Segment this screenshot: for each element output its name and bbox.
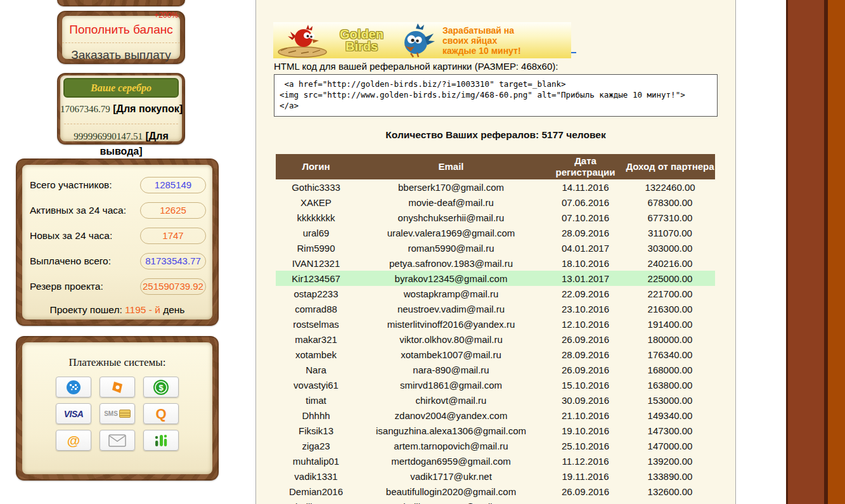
order-payout-label: Заказать выплату [71, 48, 171, 61]
cell-income: 149340.00 [625, 408, 715, 423]
cell-income: 133890.00 [625, 468, 715, 484]
cell-login: Gothic3333 [276, 179, 356, 195]
stat-label: Новых за 24 часа: [30, 230, 112, 242]
cell-login: timat [276, 392, 356, 408]
page-background-bands [786, 0, 845, 504]
yandex-money-icon[interactable] [100, 377, 135, 397]
band-brown [788, 0, 824, 504]
banner-link-underline[interactable] [571, 52, 576, 53]
cell-login: ziga23 [276, 438, 356, 453]
cell-reg-date: 19.10.2016 [546, 423, 625, 438]
sidebar-buttons-box: Пополнить баланс +200% Заказать выплату [57, 11, 185, 64]
payment-systems-title: Платежные системы: [22, 356, 212, 369]
cell-reg-date: 23.10.2016 [546, 301, 625, 316]
cell-reg-date: 26.09.2016 [546, 332, 625, 347]
cell-reg-date: 03.11.2016 [546, 499, 625, 504]
main-content-column: Golden Birds Зарабатывай на своих яйцах … [255, 0, 736, 504]
referrals-count-heading: Количество Ваших рефералов: 5177 человек [256, 129, 735, 141]
blue-bird-icon [392, 23, 437, 58]
cell-login: Nara [276, 362, 356, 377]
cell-login: rostselmas [276, 316, 356, 332]
band-orange [828, 0, 845, 504]
stat-project-reserve: Резерв проекта: 251590739.92 [22, 274, 212, 299]
table-row: ХАКЕР movie-deaf@mail.ru 07.06.2016 6783… [276, 195, 715, 210]
table-row: comrad88 neustroev.vadim@mail.ru 23.10.2… [276, 301, 715, 316]
cell-email: mertdogan6959@gmail.com [356, 453, 546, 468]
cell-login: kkkkkkkk [276, 210, 356, 225]
deposit-balance-button[interactable]: Пополнить баланс +200% [62, 16, 180, 43]
silver-purchase-row: 17067346.79 [Для покупок] [60, 103, 182, 115]
cell-login: vadik1331 [276, 468, 356, 484]
qiwi-icon[interactable]: Q [143, 403, 179, 424]
table-row: makar321 viktor.olkhov.80@mail.ru 26.09.… [276, 332, 715, 347]
moneta-bars-icon[interactable] [143, 430, 179, 451]
payment-icons-grid: $ VISA SMS Q @ [22, 377, 212, 451]
cell-reg-date: 04.01.2017 [546, 240, 625, 255]
referral-html-code-box[interactable]: <a href="http://golden-birds.biz/?i=1003… [274, 74, 718, 117]
cell-login: ХАКЕР [276, 195, 356, 210]
header-email: Email [356, 154, 546, 179]
cell-reg-date: 19.11.2016 [546, 468, 625, 484]
silver-withdraw-value: 999996990147.51 [74, 131, 143, 141]
stat-value-pill: 81733543.77 [140, 253, 206, 269]
email-envelope-icon[interactable] [100, 430, 135, 451]
cell-email: onyshchukserhii@mail.ru [356, 210, 546, 225]
order-payout-button[interactable]: Заказать выплату [62, 43, 180, 62]
visa-icon[interactable]: VISA [56, 403, 91, 424]
cell-email: isanguzhina.alexa1306@gmail.com [356, 423, 546, 438]
header-login: Логин [276, 154, 356, 179]
deposit-balance-label: Пополнить баланс [69, 23, 172, 36]
cell-reg-date: 07.06.2016 [546, 195, 625, 210]
silver-balance-box: Ваше серебро 17067346.79 [Для покупок] 9… [57, 73, 185, 145]
table-row: ostap2233 wostapkramp@mail.ru 22.09.2016… [276, 286, 715, 301]
cell-email: bberserk170@gmail.com [356, 179, 546, 195]
header-reg-date: Дата регистрации [546, 154, 625, 179]
referral-banner[interactable]: Golden Birds Зарабатывай на своих яйцах … [273, 22, 571, 58]
stat-value-pill: 1285149 [140, 177, 206, 193]
cell-reg-date: 14.11.2016 [546, 179, 625, 195]
dollar-coin-icon[interactable]: $ [143, 377, 179, 397]
cell-income: 163800.00 [625, 377, 715, 392]
table-row: vovastyi61 smirvd1861@gmail.com 15.10.20… [276, 377, 715, 392]
cell-income: 176340.00 [625, 347, 715, 362]
cell-income: 216300.00 [625, 301, 715, 316]
project-stats-box: Всего участников: 1285149 Активных за 24… [16, 158, 219, 326]
bonus-badge: +200% [154, 11, 178, 20]
webmoney-icon[interactable] [56, 377, 91, 397]
sms-payment-icon[interactable]: SMS [100, 403, 135, 424]
referral-code-label: HTML код для вашей реферальной картинки … [274, 61, 558, 72]
table-row: Demian2016 beautifullogin2020@gmail.com … [276, 484, 715, 499]
stat-value-pill: 1747 [140, 228, 206, 244]
cell-income: 139200.00 [625, 453, 715, 468]
cell-email: wostapkramp@mail.ru [356, 286, 546, 301]
cell-income: 221700.00 [625, 286, 715, 301]
cell-email: uralev.valera1969@gmail.com [356, 225, 546, 240]
cell-email: xotambek1007@mail.ru [356, 347, 546, 362]
table-row: Gothic3333 bberserk170@gmail.com 14.11.2… [276, 179, 715, 195]
stat-total-members: Всего участников: 1285149 [22, 172, 212, 198]
referrals-table-header-row: Логин Email Дата регистрации Доход от па… [276, 154, 715, 179]
cell-email: misterlitvinoff2016@yandex.ru [356, 316, 546, 332]
cell-login: ural69 [276, 225, 356, 240]
table-row: vadik1331 vadik1717@ukr.net 19.11.2016 1… [276, 468, 715, 484]
cell-income: 303000.00 [625, 240, 715, 255]
stat-label: Выплачено всего: [30, 255, 111, 267]
cell-login: Fiksik13 [276, 423, 356, 438]
cell-email: vladik30031935@mail.ru [356, 499, 546, 504]
table-row: vladik41332 vladik30031935@mail.ru 03.11… [276, 499, 715, 504]
cell-email: viktor.olkhov.80@mail.ru [356, 332, 546, 347]
cell-reg-date: 21.10.2016 [546, 408, 625, 423]
table-row: timat chirkovt@mail.ru 30.09.2016 153000… [276, 392, 715, 408]
silver-title: Ваше серебро [91, 82, 152, 94]
cell-reg-date: 22.09.2016 [546, 286, 625, 301]
cell-income: 131670.00 [625, 499, 715, 504]
cell-reg-date: 28.09.2016 [546, 347, 625, 362]
cell-email: roman5990@mail.ru [356, 240, 546, 255]
mail-ru-icon[interactable]: @ [56, 430, 91, 451]
cell-reg-date: 12.10.2016 [546, 316, 625, 332]
stat-label: Активных за 24 часа: [30, 205, 126, 216]
table-row: muhtalip01 mertdogan6959@gmail.com 11.12… [276, 453, 715, 468]
table-row: ziga23 artem.tarnopovich@mail.ru 25.10.2… [276, 438, 715, 453]
cell-income: 153000.00 [625, 392, 715, 408]
slogan-line-2: своих яйцах [442, 36, 521, 46]
